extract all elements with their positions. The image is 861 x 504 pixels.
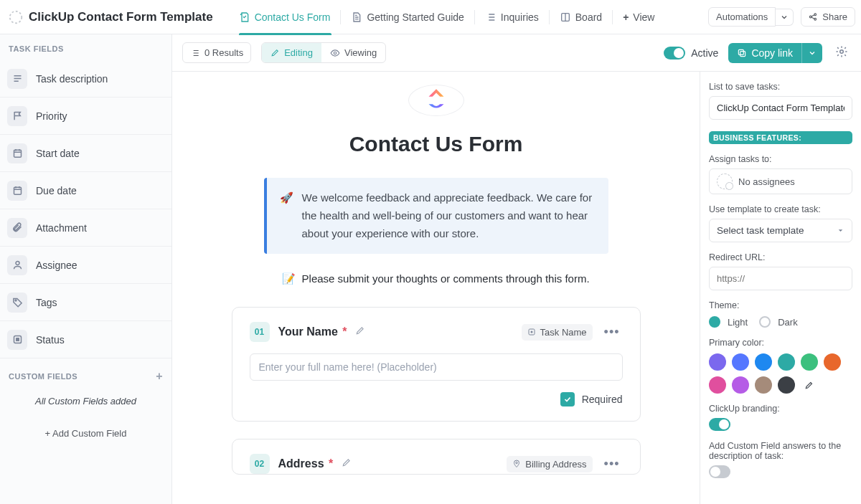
board-icon [560, 11, 571, 23]
color-swatch[interactable] [755, 353, 772, 371]
task-fields-heading: TASK FIELDS [0, 44, 171, 60]
field-type-pill[interactable]: Billing Address [507, 456, 592, 472]
field-start-date[interactable]: Start date [0, 135, 171, 172]
copy-link-button[interactable]: Copy link [728, 43, 801, 63]
assignees-selector[interactable]: No assignees [709, 168, 852, 194]
assignee-placeholder-icon [717, 173, 733, 189]
settings-button[interactable] [832, 42, 851, 64]
copy-link-dropdown[interactable] [801, 43, 822, 63]
add-custom-field-button[interactable]: + Add Custom Field [0, 421, 171, 446]
eye-icon [330, 48, 340, 58]
pencil-icon [342, 457, 352, 467]
field-menu-button[interactable]: ••• [601, 325, 623, 340]
view-tab-contact-form[interactable]: Contact Us Form [229, 0, 341, 34]
field-tags[interactable]: Tags [0, 284, 171, 321]
form-title[interactable]: Contact Us Form [349, 132, 523, 156]
custom-fields-heading: CUSTOM FIELDS + [0, 370, 171, 390]
required-checkbox[interactable] [560, 392, 575, 406]
field-label[interactable]: Your Name * [278, 325, 347, 338]
color-picker-button[interactable] [801, 376, 818, 394]
form-subtext[interactable]: 📝 Please submit your thoughts or comment… [282, 272, 589, 285]
chevron-down-icon [808, 49, 817, 57]
branding-toggle[interactable] [709, 418, 730, 431]
view-tab-getting-started[interactable]: Getting Started Guide [341, 0, 474, 34]
color-swatch[interactable] [755, 376, 772, 394]
color-swatch[interactable] [732, 376, 749, 394]
share-button[interactable]: Share [801, 7, 855, 27]
list-save-input[interactable] [709, 96, 852, 120]
space-avatar[interactable] [6, 7, 26, 27]
check-icon [563, 395, 572, 404]
color-swatch[interactable] [801, 353, 818, 371]
chevron-down-icon [780, 13, 789, 22]
field-status[interactable]: Status [0, 321, 171, 358]
redirect-url-input[interactable] [709, 267, 852, 290]
calendar-icon [7, 143, 27, 163]
assign-tasks-label: Assign tasks to: [709, 154, 852, 164]
custom-fields-message: All Custom Fields added [0, 390, 171, 421]
automations-button[interactable]: Automations [708, 7, 776, 27]
location-icon [512, 460, 521, 468]
view-tab-label: Board [575, 11, 602, 23]
svg-point-14 [840, 49, 844, 53]
field-priority[interactable]: Priority [0, 98, 171, 135]
edit-field-name-button[interactable] [355, 325, 365, 338]
color-swatch[interactable] [732, 353, 749, 371]
add-custom-field-icon[interactable]: + [156, 370, 163, 383]
form-settings-panel: List to save tasks: BUSINESS FEATURES: A… [700, 72, 861, 504]
results-counter[interactable]: 0 Results [182, 42, 251, 63]
active-toggle[interactable] [664, 47, 685, 60]
form-icon [239, 11, 250, 23]
add-cf-description-toggle[interactable] [709, 465, 730, 478]
field-due-date[interactable]: Due date [0, 172, 171, 209]
view-tab-board[interactable]: Board [550, 0, 612, 34]
eyedropper-icon [804, 380, 814, 390]
redirect-url-label: Redirect URL: [709, 252, 852, 262]
edit-field-name-button[interactable] [342, 457, 352, 470]
form-field-card[interactable]: 01 Your Name * Task Name ••• [232, 307, 641, 422]
task-template-select[interactable]: Select task template [709, 219, 852, 242]
flag-icon [7, 106, 27, 126]
field-menu-button[interactable]: ••• [601, 457, 623, 472]
theme-light-radio[interactable] [709, 316, 720, 328]
theme-dark-radio[interactable] [759, 316, 771, 328]
attachment-icon [7, 218, 27, 238]
viewing-toggle[interactable]: Viewing [321, 43, 385, 62]
template-label: Use template to create task: [709, 204, 852, 214]
editing-toggle[interactable]: Editing [262, 43, 321, 62]
automations-dropdown[interactable] [776, 9, 794, 26]
color-swatch[interactable] [824, 353, 841, 371]
field-assignee[interactable]: Assignee [0, 247, 171, 284]
field-task-description[interactable]: Task description [0, 60, 171, 98]
caret-down-icon [837, 227, 844, 234]
svg-point-8 [15, 300, 17, 301]
svg-point-0 [10, 11, 22, 23]
form-field-card[interactable]: 02 Address * Billing Address ••• [232, 439, 641, 475]
field-number-badge: 02 [250, 454, 270, 474]
plus-icon: + [623, 11, 629, 23]
branding-label: ClickUp branding: [709, 404, 852, 414]
view-tab-label: Contact Us Form [255, 11, 331, 23]
field-attachment[interactable]: Attachment [0, 209, 171, 247]
view-tab-inquiries[interactable]: Inquiries [475, 0, 549, 34]
primary-color-label: Primary color: [709, 338, 852, 348]
svg-rect-6 [14, 187, 21, 194]
field-label[interactable]: Address * [278, 457, 334, 470]
add-view-button[interactable]: + View [613, 0, 664, 34]
page-title: ClickUp Contact Form Template [29, 10, 213, 24]
form-logo[interactable] [408, 85, 464, 116]
doc-icon [351, 11, 362, 23]
form-intro-block[interactable]: 🚀 We welcome feedback and appreciate fee… [264, 178, 608, 254]
color-swatch[interactable] [778, 353, 795, 371]
svg-rect-10 [16, 338, 19, 341]
color-swatch[interactable] [709, 376, 726, 394]
color-swatch[interactable] [709, 353, 726, 371]
view-tab-label: Getting Started Guide [367, 11, 464, 23]
svg-point-16 [530, 331, 532, 333]
person-icon [7, 255, 27, 275]
status-icon [7, 330, 27, 350]
form-intro-text: We welcome feedback and appreciate feedb… [302, 189, 596, 242]
field-input[interactable] [250, 353, 623, 381]
color-swatch[interactable] [778, 376, 795, 394]
field-type-pill[interactable]: Task Name [522, 324, 593, 341]
